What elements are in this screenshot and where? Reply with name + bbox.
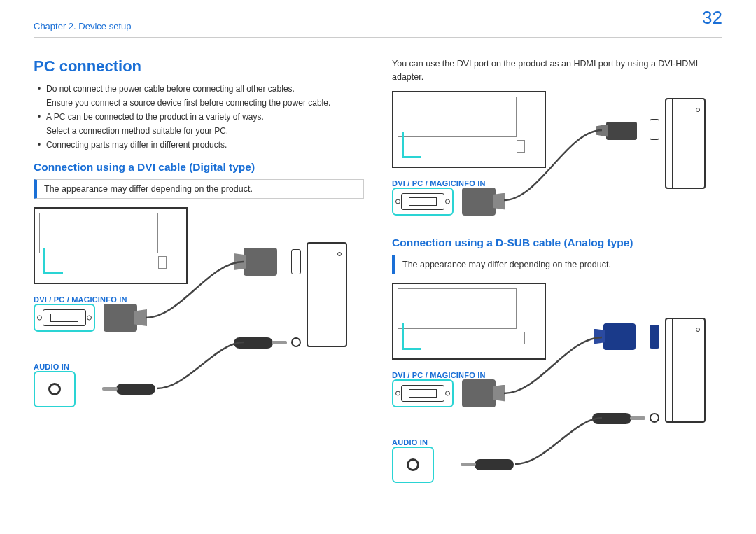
- subheading-dvi-cable: Connection using a DVI cable (Digital ty…: [34, 161, 364, 174]
- dvi-plug-icon: [462, 379, 496, 407]
- audio-port-highlight: [392, 447, 434, 483]
- diagram-dsub: DVI / PC / MAGICINFO IN AUDIO IN: [392, 283, 722, 479]
- port-label-dvi: DVI / PC / MAGICINFO IN: [392, 371, 486, 379]
- cable-line: [153, 337, 251, 400]
- dvi-connector-icon: [43, 309, 86, 326]
- divider: [34, 37, 722, 38]
- note-box: The appearance may differ depending on t…: [34, 179, 364, 199]
- right-column: You can use the DVI port on the product …: [392, 57, 722, 479]
- pc-tower: [307, 242, 347, 347]
- audio-plug-icon: [475, 459, 514, 470]
- intro-text: You can use the DVI port on the product …: [392, 57, 722, 84]
- bullet-item: A PC can be connected to the product in …: [38, 111, 364, 123]
- cable-line: [511, 412, 609, 475]
- bullet-item: Do not connect the power cable before co…: [38, 83, 364, 95]
- pc-tower: [665, 318, 706, 423]
- pc-audio-port: [291, 337, 301, 347]
- pc-audio-port: [650, 413, 659, 423]
- port-label-dvi: DVI / PC / MAGICINFO IN: [392, 179, 486, 188]
- dvi-plug-icon: [104, 304, 137, 332]
- cable-line: [497, 125, 609, 205]
- bullet-item: Select a connection method suitable for …: [38, 125, 364, 137]
- port-label-audio: AUDIO IN: [392, 438, 428, 447]
- cable-line: [139, 256, 251, 333]
- note-box: The appearance may differ depending on t…: [392, 255, 722, 274]
- port-label-audio: AUDIO IN: [34, 363, 69, 371]
- section-title-pc-connection: PC connection: [34, 57, 364, 76]
- bullet-item: Connecting parts may differ in different…: [38, 139, 364, 151]
- cable-line: [497, 332, 609, 409]
- subheading-dsub-cable: Connection using a D-SUB cable (Analog t…: [392, 237, 722, 249]
- audio-jack-icon: [407, 458, 419, 471]
- dvi-port-highlight: [392, 188, 454, 216]
- dvi-port-highlight: [392, 379, 454, 407]
- pc-tower: [665, 98, 706, 189]
- page-number: 32: [702, 7, 722, 29]
- audio-jack-icon: [48, 383, 61, 395]
- left-column: PC connection Do not connect the power c…: [34, 57, 364, 479]
- bullet-list: Do not connect the power cable before co…: [38, 83, 364, 151]
- bullet-item: Ensure you connect a source device first…: [38, 97, 364, 109]
- diagram-dvi-connection: DVI / PC / MAGICINFO IN AUDIO IN: [34, 207, 364, 403]
- port-label-dvi: DVI / PC / MAGICINFO IN: [34, 295, 127, 304]
- chapter-label: Chapter 2. Device setup: [34, 21, 131, 31]
- pc-dvi-port: [291, 249, 301, 274]
- diagram-dvi-hdmi: DVI / PC / MAGICINFO IN: [392, 91, 722, 231]
- dvi-connector-icon: [401, 385, 444, 402]
- pc-vga-port: [650, 325, 659, 349]
- pc-hdmi-port: [650, 119, 659, 140]
- dvi-connector-icon: [401, 193, 444, 210]
- hdmi-plug-icon: [606, 122, 637, 140]
- audio-plug-icon: [116, 384, 155, 395]
- dvi-port-highlight: [34, 304, 95, 332]
- dvi-plug-icon: [462, 188, 496, 216]
- audio-port-highlight: [34, 371, 76, 407]
